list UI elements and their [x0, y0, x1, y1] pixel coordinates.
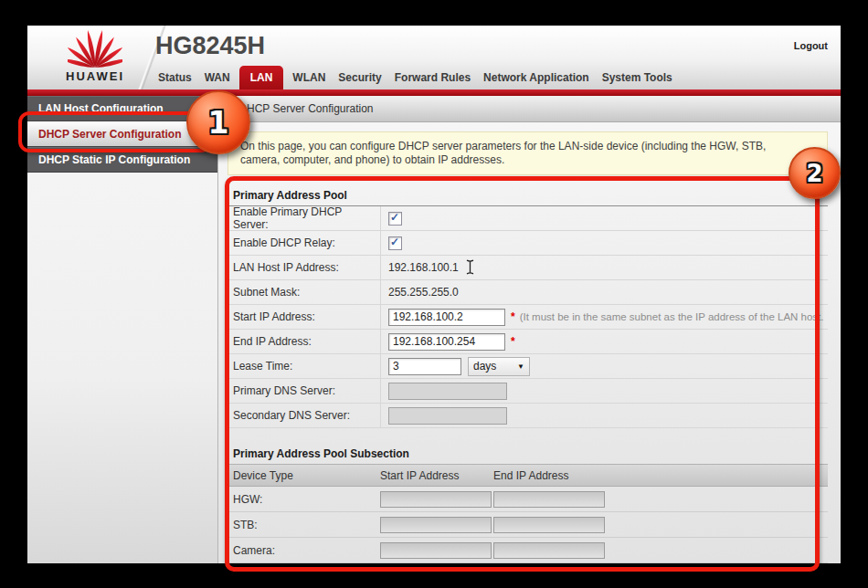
body-layout: LAN Host Configuration DHCP Server Confi… [27, 96, 841, 563]
tab-system-tools[interactable]: System Tools [596, 66, 679, 89]
huawei-logo: HUAWEI [51, 28, 139, 83]
field-label: Enable Primary DHCP Server: [228, 206, 381, 230]
field-label: Subnet Mask: [228, 280, 381, 304]
field-label: End IP Address: [228, 330, 381, 353]
field-label: Enable DHCP Relay: [228, 231, 381, 255]
row-enable-dhcp-relay: Enable DHCP Relay: [228, 231, 828, 256]
subnet-mask-value: 255.255.255.0 [388, 286, 459, 299]
subsection-table-header: Device Type Start IP Address End IP Addr… [228, 464, 828, 487]
hgw-end-ip-input[interactable] [493, 491, 605, 508]
device-model-title: HG8245H [155, 32, 265, 60]
header-accent-bar [27, 89, 841, 96]
chevron-down-icon: ▼ [517, 362, 524, 371]
row-lan-host-ip-address: LAN Host IP Address: 192.168.100.1 [228, 256, 828, 280]
tab-wlan[interactable]: WLAN [286, 66, 332, 89]
primary-dns-input [388, 383, 507, 400]
tab-network-application[interactable]: Network Application [477, 66, 596, 89]
start-ip-input[interactable] [388, 309, 505, 326]
sidebar-item-dhcp-server-configuration[interactable]: DHCP Server Configuration [27, 121, 217, 147]
enable-dhcp-relay-checkbox[interactable] [388, 236, 402, 250]
field-label: Lease Time: [228, 354, 381, 378]
row-lease-time: Lease Time: days ▼ [228, 354, 828, 379]
table-row-camera: Camera: [228, 538, 828, 563]
sidebar-empty-area [27, 173, 217, 563]
device-type-label: STB: [228, 519, 380, 531]
tab-security[interactable]: Security [332, 66, 387, 89]
row-end-ip-address: End IP Address: * [228, 330, 828, 354]
row-subnet-mask: Subnet Mask: 255.255.255.0 [228, 280, 828, 305]
start-ip-hint: (It must be in the same subnet as the IP… [520, 311, 828, 322]
hgw-start-ip-input[interactable] [380, 491, 492, 508]
stb-start-ip-input[interactable] [380, 517, 492, 533]
lease-time-input[interactable] [388, 358, 461, 375]
sidebar-item-dhcp-static-ip-configuration[interactable]: DHCP Static IP Configuration [27, 147, 217, 173]
main-nav-tabs: Status WAN LAN WLAN Security Forward Rul… [152, 66, 679, 89]
content-area: On this page, you can configure DHCP ser… [218, 122, 841, 563]
sidebar-menu: LAN Host Configuration DHCP Server Confi… [27, 96, 217, 173]
enable-primary-dhcp-checkbox[interactable] [388, 212, 402, 226]
end-ip-input[interactable] [388, 333, 505, 351]
field-label: Secondary DNS Server: [228, 404, 381, 427]
section-title-primary-address-pool: Primary Address Pool [228, 184, 828, 206]
stb-end-ip-input[interactable] [493, 517, 605, 533]
breadcrumb: > DHCP Server Configuration [218, 96, 841, 122]
row-primary-dns-server: Primary DNS Server: [228, 379, 828, 404]
main-panel: > DHCP Server Configuration On this page… [218, 96, 841, 563]
field-label: Primary DNS Server: [228, 379, 381, 403]
tab-wan[interactable]: WAN [198, 66, 237, 89]
sidebar: LAN Host Configuration DHCP Server Confi… [27, 96, 218, 563]
text-cursor-icon [465, 259, 475, 278]
lease-unit-select[interactable]: days ▼ [468, 357, 530, 376]
header: HUAWEI HG8245H Logout Status WAN LAN WLA… [27, 26, 841, 89]
column-header-end-ip: End IP Address [493, 469, 828, 482]
device-type-label: HGW: [228, 493, 380, 506]
router-admin-page: HUAWEI HG8245H Logout Status WAN LAN WLA… [27, 26, 841, 563]
camera-start-ip-input[interactable] [380, 542, 492, 559]
page-description-note: On this page, you can configure DHCP ser… [228, 131, 828, 175]
section-title-pool-subsection: Primary Address Pool Subsection [228, 443, 828, 464]
table-row-hgw: HGW: [228, 487, 828, 512]
camera-end-ip-input[interactable] [493, 542, 605, 559]
screenshot-root: { "header": { "brand": "HUAWEI", "model"… [0, 0, 868, 588]
required-asterisk: * [511, 335, 515, 348]
row-secondary-dns-server: Secondary DNS Server: [228, 404, 828, 428]
sidebar-item-lan-host-configuration[interactable]: LAN Host Configuration [27, 96, 217, 121]
field-label: LAN Host IP Address: [228, 256, 381, 279]
logout-link[interactable]: Logout [794, 40, 828, 51]
tab-status[interactable]: Status [152, 66, 198, 89]
row-enable-primary-dhcp-server: Enable Primary DHCP Server: [228, 206, 828, 231]
column-header-start-ip: Start IP Address [380, 469, 493, 482]
row-start-ip-address: Start IP Address: * (It must be in the s… [228, 305, 828, 330]
device-type-label: Camera: [228, 544, 380, 557]
tab-lan[interactable]: LAN [239, 66, 284, 89]
field-label: Start IP Address: [228, 305, 381, 329]
column-header-device-type: Device Type [228, 469, 380, 482]
lease-unit-value: days [473, 360, 496, 373]
table-row-stb: STB: [228, 512, 828, 538]
lan-host-ip-value: 192.168.100.1 [388, 261, 459, 274]
brand-wordmark: HUAWEI [51, 69, 139, 83]
huawei-flower-icon [68, 28, 122, 68]
section-gap [228, 428, 828, 443]
secondary-dns-input [388, 407, 507, 425]
tab-forward-rules[interactable]: Forward Rules [388, 66, 477, 89]
required-asterisk: * [511, 310, 515, 323]
